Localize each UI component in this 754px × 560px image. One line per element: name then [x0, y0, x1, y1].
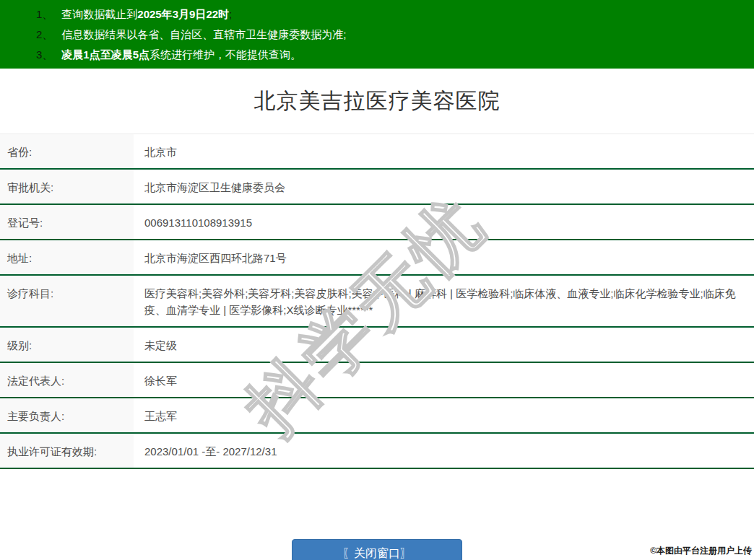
row-value: 北京市海淀区西四环北路71号: [134, 240, 754, 274]
table-row-province: 省份: 北京市: [0, 134, 754, 170]
row-label: 级别:: [0, 328, 134, 362]
row-value: 未定级: [134, 328, 754, 362]
table-row-medical-subjects: 诊疗科目: 医疗美容科;美容外科;美容牙科;美容皮肤科;美容中医科 | 麻醉科 …: [0, 276, 754, 328]
table-row-approval-authority: 审批机关: 北京市海淀区卫生健康委员会: [0, 170, 754, 205]
notice-header: 1、 查询数据截止到2025年3月9日22时; 2、 信息数据结果以各省、自治区…: [0, 0, 754, 69]
table-row-address: 地址: 北京市海淀区西四环北路71号: [0, 240, 754, 276]
row-value: 北京市海淀区卫生健康委员会: [134, 170, 754, 204]
table-row-registration-number: 登记号: 006913110108913915: [0, 205, 754, 240]
notice-number: 3、: [36, 45, 53, 65]
row-value: 医疗美容科;美容外科;美容牙科;美容皮肤科;美容中医科 | 麻醉科 | 医学检验…: [134, 276, 754, 326]
row-label: 省份:: [0, 134, 134, 168]
hospital-info-table: 省份: 北京市 审批机关: 北京市海淀区卫生健康委员会 登记号: 0069131…: [0, 134, 754, 469]
row-value: 徐长军: [134, 363, 754, 397]
row-value: 006913110108913915: [134, 205, 754, 239]
row-label: 诊疗科目:: [0, 276, 134, 326]
row-value: 王志军: [134, 398, 754, 432]
attribution-text: ©本图由平台注册用户上传: [650, 545, 752, 557]
notice-line-2: 2、 信息数据结果以各省、自治区、直辖市卫生健康委数据为准;: [0, 25, 754, 45]
notice-text: 信息数据结果以各省、自治区、直辖市卫生健康委数据为准;: [61, 25, 346, 45]
query-result-page: 1、 查询数据截止到2025年3月9日22时; 2、 信息数据结果以各省、自治区…: [0, 0, 754, 560]
row-label: 法定代表人:: [0, 363, 134, 397]
close-window-button[interactable]: 〖关闭窗口〗: [292, 539, 462, 560]
row-label: 执业许可证有效期:: [0, 434, 134, 468]
notice-line-3: 3、 凌晨1点至凌晨5点系统进行维护，不能提供查询。: [0, 45, 754, 65]
title-section: 北京美吉拉医疗美容医院: [0, 69, 754, 134]
table-row-level: 级别: 未定级: [0, 328, 754, 363]
table-row-main-person-in-charge: 主要负责人: 王志军: [0, 398, 754, 434]
row-label: 地址:: [0, 240, 134, 274]
row-label: 审批机关:: [0, 170, 134, 204]
row-value: 北京市: [134, 134, 754, 168]
row-label: 主要负责人:: [0, 398, 134, 432]
page-title: 北京美吉拉医疗美容医院: [254, 87, 500, 116]
notice-number: 2、: [36, 25, 53, 45]
table-row-legal-representative: 法定代表人: 徐长军: [0, 363, 754, 398]
row-value: 2023/01/01 -至- 2027/12/31: [134, 434, 754, 468]
notice-number: 1、: [36, 4, 53, 25]
row-label: 登记号:: [0, 205, 134, 239]
notice-text: 凌晨1点至凌晨5点系统进行维护，不能提供查询。: [61, 45, 301, 65]
notice-text: 查询数据截止到2025年3月9日22时;: [61, 4, 232, 25]
table-row-license-validity: 执业许可证有效期: 2023/01/01 -至- 2027/12/31: [0, 434, 754, 469]
notice-line-1: 1、 查询数据截止到2025年3月9日22时;: [0, 4, 754, 25]
